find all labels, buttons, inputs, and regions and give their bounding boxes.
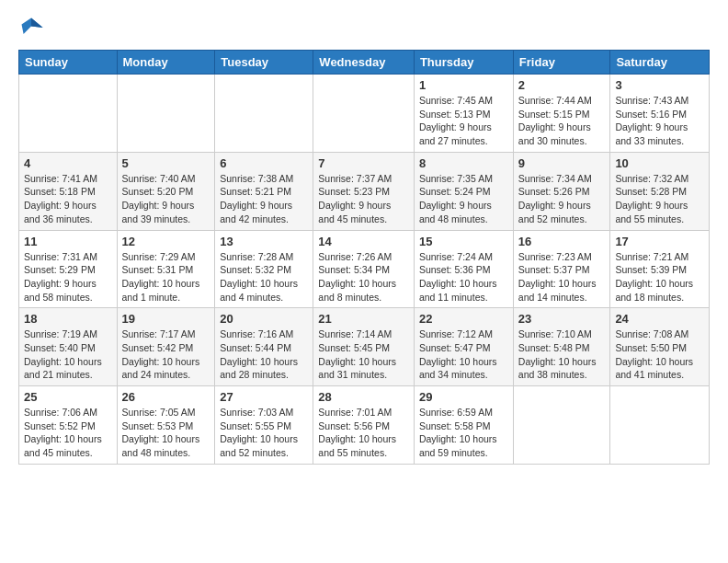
calendar-cell: 18Sunrise: 7:19 AMSunset: 5:40 PMDayligh… — [19, 308, 118, 386]
day-info: Sunrise: 7:03 AMSunset: 5:55 PMDaylight:… — [220, 406, 308, 460]
calendar-cell: 2Sunrise: 7:44 AMSunset: 5:15 PMDaylight… — [513, 75, 610, 153]
day-info: Sunrise: 7:43 AMSunset: 5:16 PMDaylight:… — [615, 94, 704, 148]
day-info: Sunrise: 7:17 AMSunset: 5:42 PMDaylight:… — [122, 327, 210, 382]
day-info: Sunrise: 6:59 AMSunset: 5:58 PMDaylight:… — [419, 406, 508, 460]
sunrise-label: Sunrise: 7:45 AM — [419, 95, 493, 106]
daylight-label: Daylight: 10 hours and 59 minutes. — [419, 433, 497, 458]
day-info: Sunrise: 7:08 AMSunset: 5:50 PMDaylight:… — [615, 327, 704, 382]
weekday-header: Wednesday — [313, 51, 415, 75]
calendar-cell: 27Sunrise: 7:03 AMSunset: 5:55 PMDayligh… — [215, 386, 313, 465]
day-number: 17 — [615, 235, 704, 248]
sunset-label: Sunset: 5:34 PM — [318, 264, 390, 275]
sunrise-label: Sunrise: 7:19 AM — [24, 328, 97, 339]
page: SundayMondayTuesdayWednesdayThursdayFrid… — [0, 0, 728, 474]
sunrise-label: Sunrise: 7:35 AM — [419, 173, 493, 184]
daylight-label: Daylight: 9 hours and 58 minutes. — [24, 278, 97, 303]
sunrise-label: Sunrise: 7:29 AM — [122, 251, 196, 262]
daylight-label: Daylight: 9 hours and 30 minutes. — [518, 121, 591, 146]
day-number: 27 — [220, 390, 308, 404]
calendar-cell: 6Sunrise: 7:38 AMSunset: 5:21 PMDaylight… — [215, 152, 313, 230]
sunrise-label: Sunrise: 7:38 AM — [220, 173, 293, 184]
logo-icon — [18, 15, 44, 40]
daylight-label: Daylight: 10 hours and 14 minutes. — [518, 278, 597, 303]
day-number: 15 — [419, 235, 508, 248]
day-number: 10 — [615, 156, 704, 170]
sunrise-label: Sunrise: 7:12 AM — [419, 328, 493, 339]
weekday-header: Sunday — [19, 51, 118, 75]
sunrise-label: Sunrise: 7:28 AM — [220, 251, 293, 262]
daylight-label: Daylight: 9 hours and 33 minutes. — [615, 121, 688, 146]
weekday-header: Monday — [117, 51, 215, 75]
calendar-cell: 29Sunrise: 6:59 AMSunset: 5:58 PMDayligh… — [414, 386, 513, 465]
day-number: 8 — [419, 156, 508, 170]
daylight-label: Daylight: 10 hours and 8 minutes. — [318, 278, 396, 303]
sunrise-label: Sunrise: 7:14 AM — [318, 328, 392, 339]
calendar-cell: 5Sunrise: 7:40 AMSunset: 5:20 PMDaylight… — [117, 152, 215, 230]
day-info: Sunrise: 7:44 AMSunset: 5:15 PMDaylight:… — [518, 94, 606, 148]
daylight-label: Daylight: 9 hours and 45 minutes. — [318, 200, 391, 224]
sunrise-label: Sunrise: 7:34 AM — [518, 173, 592, 184]
sunset-label: Sunset: 5:47 PM — [419, 342, 491, 353]
sunset-label: Sunset: 5:48 PM — [518, 342, 590, 353]
day-info: Sunrise: 7:41 AMSunset: 5:18 PMDaylight:… — [24, 172, 112, 226]
calendar-week-row: 11Sunrise: 7:31 AMSunset: 5:29 PMDayligh… — [19, 230, 710, 308]
daylight-label: Daylight: 10 hours and 4 minutes. — [220, 278, 298, 303]
sunset-label: Sunset: 5:16 PM — [615, 109, 687, 120]
weekday-header-row: SundayMondayTuesdayWednesdayThursdayFrid… — [19, 51, 710, 75]
sunrise-label: Sunrise: 7:06 AM — [24, 407, 97, 418]
day-number: 19 — [122, 312, 210, 326]
sunset-label: Sunset: 5:28 PM — [615, 186, 687, 197]
sunset-label: Sunset: 5:39 PM — [615, 264, 687, 275]
calendar-cell — [513, 386, 610, 465]
sunrise-label: Sunrise: 7:32 AM — [615, 173, 688, 184]
calendar-cell — [313, 75, 415, 153]
day-number: 14 — [318, 235, 409, 248]
daylight-label: Daylight: 10 hours and 21 minutes. — [24, 356, 102, 381]
calendar-cell — [610, 386, 710, 465]
sunrise-label: Sunrise: 7:21 AM — [615, 251, 688, 262]
day-number: 24 — [615, 312, 704, 326]
day-number: 6 — [220, 156, 308, 170]
sunset-label: Sunset: 5:32 PM — [220, 264, 291, 275]
daylight-label: Daylight: 9 hours and 55 minutes. — [615, 200, 688, 224]
sunset-label: Sunset: 5:24 PM — [419, 186, 491, 197]
sunrise-label: Sunrise: 7:17 AM — [122, 328, 196, 339]
daylight-label: Daylight: 9 hours and 27 minutes. — [419, 121, 492, 146]
calendar-cell — [215, 75, 313, 153]
day-info: Sunrise: 7:06 AMSunset: 5:52 PMDaylight:… — [24, 406, 112, 460]
calendar-cell: 4Sunrise: 7:41 AMSunset: 5:18 PMDaylight… — [19, 152, 118, 230]
sunset-label: Sunset: 5:56 PM — [318, 420, 390, 431]
sunset-label: Sunset: 5:40 PM — [24, 342, 96, 353]
daylight-label: Daylight: 9 hours and 52 minutes. — [518, 200, 591, 224]
calendar-cell: 13Sunrise: 7:28 AMSunset: 5:32 PMDayligh… — [215, 230, 313, 308]
day-number: 16 — [518, 235, 606, 248]
calendar-cell: 16Sunrise: 7:23 AMSunset: 5:37 PMDayligh… — [513, 230, 610, 308]
header — [18, 15, 710, 40]
calendar-cell — [117, 75, 215, 153]
daylight-label: Daylight: 10 hours and 28 minutes. — [220, 356, 298, 381]
sunrise-label: Sunrise: 6:59 AM — [419, 407, 493, 418]
calendar-cell: 20Sunrise: 7:16 AMSunset: 5:44 PMDayligh… — [215, 308, 313, 386]
daylight-label: Daylight: 10 hours and 1 minute. — [122, 278, 200, 303]
day-info: Sunrise: 7:16 AMSunset: 5:44 PMDaylight:… — [220, 327, 308, 382]
sunset-label: Sunset: 5:36 PM — [419, 264, 491, 275]
calendar-cell: 15Sunrise: 7:24 AMSunset: 5:36 PMDayligh… — [414, 230, 513, 308]
daylight-label: Daylight: 10 hours and 18 minutes. — [615, 278, 693, 303]
calendar-cell: 1Sunrise: 7:45 AMSunset: 5:13 PMDaylight… — [414, 75, 513, 153]
sunrise-label: Sunrise: 7:26 AM — [318, 251, 392, 262]
day-number: 29 — [419, 390, 508, 404]
sunrise-label: Sunrise: 7:24 AM — [419, 251, 493, 262]
day-number: 28 — [318, 390, 409, 404]
sunrise-label: Sunrise: 7:23 AM — [518, 251, 592, 262]
day-number: 12 — [122, 235, 210, 248]
weekday-header: Friday — [513, 51, 610, 75]
calendar-cell: 21Sunrise: 7:14 AMSunset: 5:45 PMDayligh… — [313, 308, 415, 386]
sunset-label: Sunset: 5:37 PM — [518, 264, 590, 275]
day-number: 21 — [318, 312, 409, 326]
svg-marker-1 — [31, 18, 43, 29]
day-info: Sunrise: 7:26 AMSunset: 5:34 PMDaylight:… — [318, 250, 409, 304]
day-info: Sunrise: 7:28 AMSunset: 5:32 PMDaylight:… — [220, 250, 308, 304]
day-info: Sunrise: 7:45 AMSunset: 5:13 PMDaylight:… — [419, 94, 508, 148]
calendar-cell: 17Sunrise: 7:21 AMSunset: 5:39 PMDayligh… — [610, 230, 710, 308]
daylight-label: Daylight: 10 hours and 24 minutes. — [122, 356, 200, 381]
